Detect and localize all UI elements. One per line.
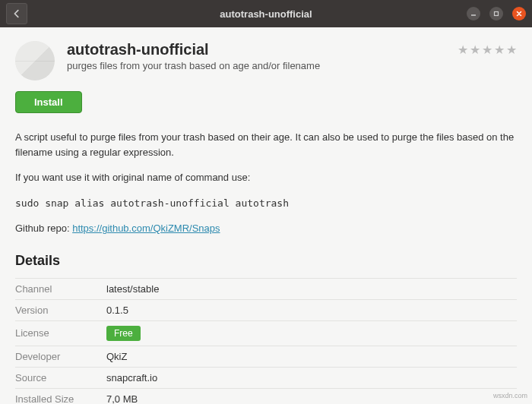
repo-link[interactable]: https://github.com/QkiZMR/Snaps xyxy=(72,223,220,234)
maximize-button[interactable] xyxy=(489,7,503,21)
description-p1: A script useful to purge files from your… xyxy=(15,130,517,159)
install-button[interactable]: Install xyxy=(15,91,82,113)
detail-label: Version xyxy=(15,305,106,316)
repo-prefix: Github repo: xyxy=(15,223,72,234)
app-tagline: purges files from your trash based on ag… xyxy=(67,60,445,71)
window-controls xyxy=(467,7,526,21)
main-content: autotrash-unofficial purges files from y… xyxy=(0,27,532,404)
detail-value: QkiZ xyxy=(106,351,127,362)
titlebar: autotrash-unofficial xyxy=(0,0,532,27)
close-icon xyxy=(516,11,522,17)
detail-label: Installed Size xyxy=(15,393,106,405)
details-heading: Details xyxy=(15,253,517,269)
app-meta: autotrash-unofficial purges files from y… xyxy=(67,41,445,71)
watermark: wsxdn.com xyxy=(493,392,527,399)
app-header: autotrash-unofficial purges files from y… xyxy=(15,41,517,80)
detail-value: Free xyxy=(106,326,141,341)
star-icon: ★ xyxy=(458,43,468,57)
star-icon: ★ xyxy=(506,43,517,57)
minimize-button[interactable] xyxy=(467,7,480,21)
detail-label: Source xyxy=(15,372,106,383)
window-title: autotrash-unofficial xyxy=(220,8,312,20)
minimize-icon xyxy=(470,11,477,17)
rating-stars[interactable]: ★ ★ ★ ★ ★ xyxy=(458,43,517,57)
svg-rect-1 xyxy=(495,12,499,16)
detail-value: 0.1.5 xyxy=(106,305,128,316)
detail-label: License xyxy=(15,327,106,339)
detail-value: latest/stable xyxy=(106,283,159,295)
chevron-left-icon xyxy=(11,8,22,19)
detail-row-developer: Developer QkiZ xyxy=(15,346,517,367)
description-code: sudo snap alias autotrash-unofficial aut… xyxy=(15,196,517,211)
detail-label: Channel xyxy=(15,283,106,295)
detail-row-version: Version 0.1.5 xyxy=(15,299,517,320)
star-icon: ★ xyxy=(482,43,492,57)
details-table: Channel latest/stable Version 0.1.5 Lice… xyxy=(15,278,517,405)
detail-row-source: Source snapcraft.io xyxy=(15,367,517,388)
detail-label: Developer xyxy=(15,351,106,362)
detail-row-channel: Channel latest/stable xyxy=(15,278,517,299)
app-icon xyxy=(15,41,55,80)
close-button[interactable] xyxy=(512,7,526,21)
license-badge: Free xyxy=(106,326,141,341)
star-icon: ★ xyxy=(470,43,480,57)
detail-row-installed-size: Installed Size 7,0 MB xyxy=(15,388,517,405)
description: A script useful to purge files from your… xyxy=(15,130,517,236)
star-icon: ★ xyxy=(494,43,505,57)
detail-value: snapcraft.io xyxy=(106,372,157,383)
description-p2: If you want use it with original name of… xyxy=(15,170,517,185)
back-button[interactable] xyxy=(6,3,27,24)
app-name: autotrash-unofficial xyxy=(67,41,445,58)
detail-row-license: License Free xyxy=(15,320,517,346)
details-section: Details Channel latest/stable Version 0.… xyxy=(15,253,517,405)
detail-value: 7,0 MB xyxy=(106,393,138,405)
maximize-icon xyxy=(493,11,499,17)
description-repo: Github repo: https://github.com/QkiZMR/S… xyxy=(15,221,517,236)
